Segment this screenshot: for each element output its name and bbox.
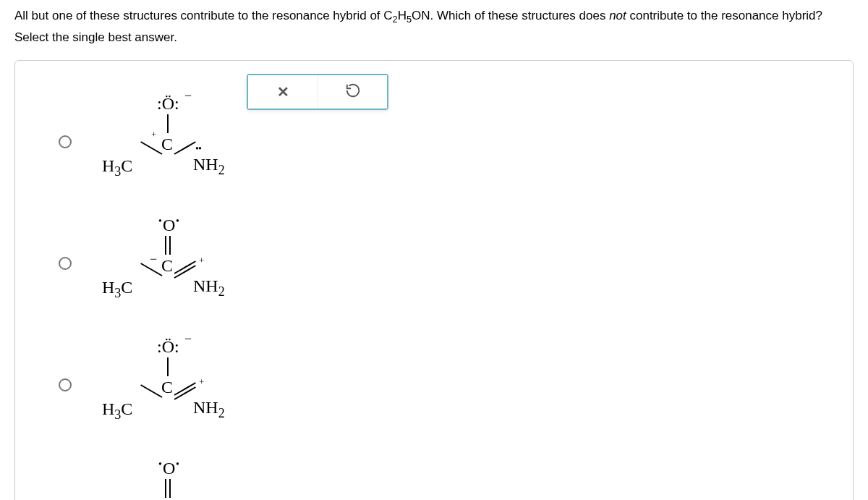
molecule-formula: C2H5ON [383,9,430,22]
structure-1: :Ö: − + C H3C •• NH2 [98,98,235,185]
o-lonedot-r: • [176,216,179,227]
c-o-bond-b [169,236,171,255]
answer-area: ✕ :Ö: − + C [14,60,854,500]
o-atom: :Ö: [157,337,179,357]
option-3: :Ö: − C H3C + NH2 [59,342,835,428]
c-ch3-bond [140,141,162,155]
h3c-label: H3C [102,399,132,423]
radio-3[interactable] [59,378,72,391]
option-2: • O • − C H3C + NH2 [59,220,835,307]
plus-charge: + [151,129,156,140]
o-lonedot-l: • [158,216,161,227]
option-1: :Ö: − + C H3C •• NH2 [59,98,835,185]
structure-3: :Ö: − C H3C + NH2 [98,342,235,428]
c-atom: C [161,256,173,276]
radio-2[interactable] [59,257,72,270]
c-o-bond [167,357,169,376]
o-lonedot-l: • [158,459,161,470]
minus-charge: − [184,331,192,347]
q-part1: All but one of these structures contribu… [14,9,383,22]
x-icon: ✕ [277,83,289,101]
toolbar: ✕ [247,74,388,110]
nh2-label: NH2 [193,398,225,421]
plus-charge: + [199,376,204,388]
nh2-label: NH2 [193,276,225,300]
question-text: All but one of these structures contribu… [14,6,854,48]
o-lonedot-r: • [176,459,179,470]
structure-2: • O • − C H3C + NH2 [98,220,235,307]
c-o-bond-b [169,479,171,498]
reset-icon [345,82,361,101]
options-list: :Ö: − + C H3C •• NH2 [59,98,835,500]
o-atom: :Ö: [157,94,179,114]
minus-charge: − [184,88,192,103]
c-o-bond-a [165,236,166,255]
structure-4: • O • C H3C •• NH2 [98,463,235,500]
reset-button[interactable] [318,75,387,109]
radio-1[interactable] [59,135,72,148]
not-word: not [609,9,626,22]
c-ch3-bond [140,384,162,398]
clear-button[interactable]: ✕ [248,75,318,109]
c-atom: C [161,135,173,154]
nh2-label: NH2 [193,155,225,178]
n-lonepair: •• [195,143,201,155]
c-n-bond [174,141,196,155]
c-o-bond [167,114,169,133]
h3c-label: H3C [102,278,132,301]
minus-charge: − [150,252,157,267]
o-atom: O [163,216,175,235]
c-atom: C [161,378,173,397]
option-4: • O • C H3C •• NH2 [59,463,835,500]
plus-charge: + [199,255,204,266]
o-atom: O [163,459,175,478]
q-part2: . Which of these structures does [430,9,610,22]
c-o-bond-a [165,479,166,498]
h3c-label: H3C [102,156,132,179]
